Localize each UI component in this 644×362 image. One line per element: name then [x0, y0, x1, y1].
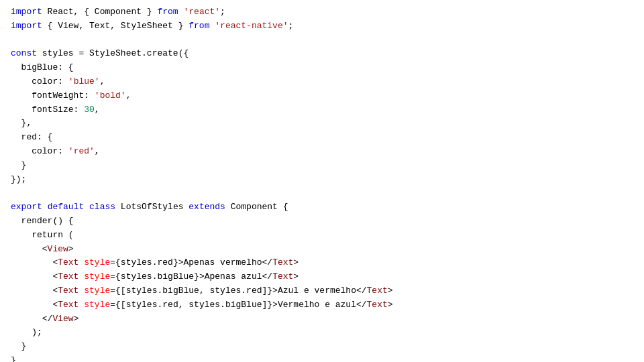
code-token: import — [11, 5, 42, 19]
code-token: Text — [58, 270, 78, 284]
code-token: Text — [272, 256, 293, 270]
code-token: > — [388, 298, 393, 312]
code-token: View — [48, 243, 68, 257]
code-line: import { View, Text, StyleSheet } from '… — [0, 19, 644, 34]
code-token: < — [11, 243, 48, 257]
code-token — [78, 256, 84, 270]
code-editor: import React, { Component } from 'react'… — [0, 0, 644, 362]
code-token: Apenas vermelho — [184, 256, 262, 270]
code-token: , — [95, 145, 100, 159]
code-token: 'red' — [68, 145, 95, 159]
code-token: 'react-native' — [215, 19, 288, 34]
code-token: return ( — [11, 229, 74, 243]
code-token — [178, 5, 184, 19]
code-token: Text — [272, 270, 293, 284]
code-line: <Text style={styles.bigBlue}>Apenas azul… — [0, 270, 644, 284]
code-token: Text — [58, 298, 78, 312]
code-token: } — [11, 354, 16, 362]
code-token: </ — [262, 256, 273, 270]
code-token: ; — [220, 5, 225, 19]
code-token: style — [84, 256, 110, 270]
code-token: ; — [288, 19, 294, 34]
code-token: from — [189, 19, 209, 34]
code-token: > — [199, 270, 205, 284]
code-token: default — [48, 200, 85, 215]
code-token: </ — [262, 270, 273, 284]
code-token: < — [11, 256, 58, 270]
code-token: 'blue' — [68, 75, 100, 89]
code-token — [42, 200, 48, 215]
code-line: }); — [0, 173, 644, 187]
code-token: </ — [11, 312, 52, 326]
code-token: class — [89, 200, 115, 215]
code-token: > — [68, 243, 74, 257]
code-line: fontSize: 30, — [0, 103, 644, 117]
code-token: fontWeight: — [11, 89, 95, 103]
code-token: < — [11, 284, 58, 298]
code-token: Component { — [225, 200, 288, 215]
code-token: }, — [11, 117, 32, 131]
code-line: <Text style={styles.red}>Apenas vermelho… — [0, 256, 644, 270]
code-token: Text — [58, 256, 78, 270]
code-token: > — [388, 284, 393, 298]
code-line: <Text style={[styles.red, styles.bigBlue… — [0, 298, 644, 312]
code-token: > — [178, 256, 184, 270]
code-token: , — [100, 75, 105, 89]
code-token: style — [84, 270, 110, 284]
code-token: color: — [11, 75, 68, 89]
code-token — [84, 200, 89, 215]
code-token — [209, 19, 215, 34]
code-token: ={styles.bigBlue} — [110, 270, 199, 284]
code-line: <Text style={[styles.bigBlue, styles.red… — [0, 284, 644, 298]
code-token: Text — [367, 284, 388, 298]
code-line: return ( — [0, 229, 644, 243]
code-line: red: { — [0, 131, 644, 145]
code-token: ={[styles.bigBlue, styles.red]} — [110, 284, 272, 298]
code-line: </View> — [0, 312, 644, 326]
code-token — [78, 270, 84, 284]
code-token: const — [11, 47, 37, 61]
code-token: > — [293, 270, 299, 284]
code-token: , — [95, 103, 100, 117]
code-token: Vermelho e azul — [278, 298, 356, 312]
code-token: } — [11, 340, 26, 354]
code-token: Azul e vermelho — [278, 284, 356, 298]
code-token: styles = StyleSheet.create({ — [37, 47, 189, 61]
code-token: style — [84, 284, 110, 298]
code-token: }); — [11, 173, 26, 187]
code-token — [78, 298, 84, 312]
code-line: bigBlue: { — [0, 61, 644, 75]
code-token: View — [52, 312, 73, 326]
code-line: } — [0, 340, 644, 354]
code-line — [0, 186, 644, 200]
code-token: ={[styles.red, styles.bigBlue]} — [110, 298, 272, 312]
code-token: export — [11, 200, 42, 215]
code-token: ={styles.red} — [110, 256, 178, 270]
code-token: < — [11, 298, 58, 312]
code-line: }, — [0, 117, 644, 131]
code-line: fontWeight: 'bold', — [0, 89, 644, 103]
code-line: export default class LotsOfStyles extend… — [0, 200, 644, 215]
code-token: , — [126, 89, 131, 103]
code-line: ); — [0, 326, 644, 340]
code-token: bigBlue: { — [11, 61, 74, 75]
code-token: from — [157, 5, 178, 19]
code-line: } — [0, 159, 644, 173]
code-token: } — [11, 159, 26, 173]
code-token: Text — [58, 284, 78, 298]
code-token: ); — [11, 326, 42, 340]
code-token: Apenas azul — [205, 270, 262, 284]
code-line: render() { — [0, 215, 644, 229]
code-token: fontSize: — [11, 103, 84, 117]
code-token: > — [74, 312, 79, 326]
code-token: Text — [367, 298, 388, 312]
code-token: style — [84, 298, 110, 312]
code-line: import React, { Component } from 'react'… — [0, 5, 644, 19]
code-token — [78, 284, 84, 298]
code-token: > — [272, 298, 278, 312]
code-line — [0, 34, 644, 48]
code-line: color: 'blue', — [0, 75, 644, 89]
code-token: render() { — [11, 215, 74, 229]
code-token: > — [272, 284, 278, 298]
code-line: } — [0, 354, 644, 362]
